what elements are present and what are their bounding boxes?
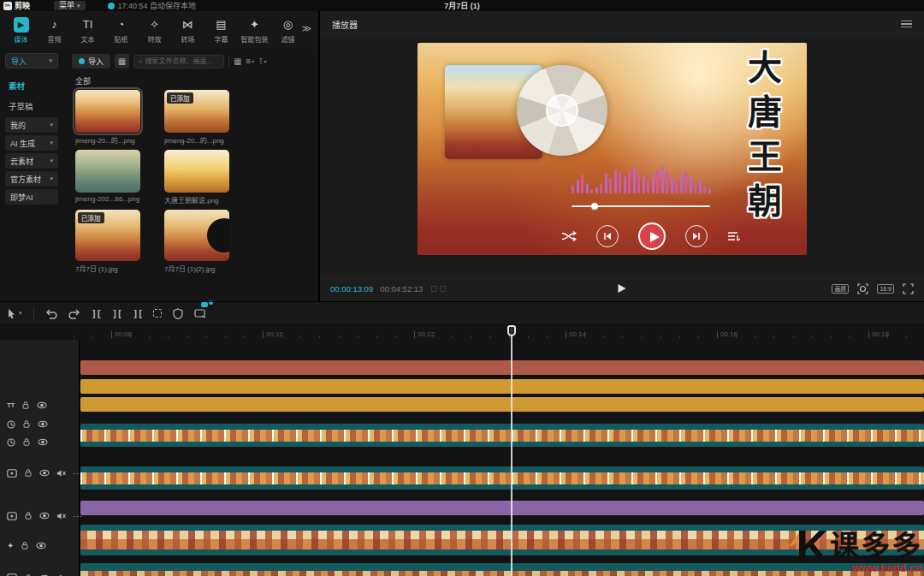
calligraphy-title[interactable]: 大唐王朝 [737, 50, 786, 228]
visibility-icon[interactable] [39, 469, 50, 477]
ribbon-tab-label: 音频 [48, 34, 62, 44]
player-header: 播放器 [320, 11, 924, 37]
visibility-icon[interactable] [38, 420, 48, 428]
menu-button[interactable]: 菜单 ▾ [54, 1, 86, 10]
redo-button[interactable] [68, 308, 80, 319]
vinyl-disc[interactable] [517, 65, 607, 156]
play-button[interactable] [619, 284, 626, 293]
lock-icon[interactable] [24, 573, 33, 576]
ribbon-tab-文本[interactable]: TI文本 [72, 17, 104, 44]
player-footer: 00:00:13:09 00:04:52:13 画质 16:9 [320, 276, 924, 301]
lock-icon[interactable] [21, 401, 30, 410]
undo-button[interactable] [45, 308, 57, 319]
ribbon-tab-字幕[interactable]: ▤字幕 [205, 17, 237, 44]
mute-icon[interactable] [56, 469, 66, 478]
visualizer-bar [572, 185, 574, 193]
search-input[interactable] [145, 57, 220, 65]
sidebar-group-官方素材[interactable]: 官方素材▾ [5, 171, 58, 187]
toolbar-divider [228, 56, 229, 67]
fullscreen-icon[interactable] [903, 283, 914, 294]
panel-divider-horizontal [0, 301, 924, 302]
import-button[interactable]: 导入 [72, 54, 110, 68]
mute-icon[interactable] [56, 512, 66, 520]
quality-button[interactable]: 画质 [832, 284, 849, 294]
sort-icon[interactable]: ≡▾ [246, 56, 254, 66]
timeline-clip-effect[interactable] [80, 501, 924, 515]
autosave-text: 17:40:54 自动保存本地 [118, 0, 197, 11]
sidebar-groups: 我的▾AI 生成▾云素材▾官方素材▾即梦AI [0, 117, 63, 205]
chevron-down-icon: ▾ [49, 57, 52, 64]
media-thumbnail[interactable]: 已添加 [164, 90, 229, 133]
previous-track-button[interactable] [596, 225, 619, 247]
timeline-clip-sticker[interactable] [80, 379, 924, 394]
compare-view-icons[interactable] [431, 286, 446, 292]
timeline-clip-video[interactable] [80, 466, 924, 490]
sticker-track-icon [7, 420, 15, 429]
media-item[interactable]: 大唐王朝解说.png [164, 150, 231, 205]
music-progress-bar[interactable] [572, 205, 710, 207]
text-track-icon: TT [7, 401, 15, 409]
lock-icon[interactable] [22, 419, 31, 429]
media-thumbnail[interactable]: 已添加 [75, 210, 140, 261]
ribbon-tab-媒体[interactable]: ▶媒体 [5, 17, 37, 44]
media-item[interactable]: 7月7日 (1)(2).jpg [164, 210, 231, 273]
video-preview[interactable]: 大唐王朝 [418, 43, 807, 255]
aspect-ratio-button[interactable]: 16:9 [877, 284, 894, 294]
ribbon-tab-icon: ◎ [281, 17, 296, 33]
media-filename: 7月7日 (1).jpg [75, 264, 142, 273]
playhead-line[interactable] [511, 325, 512, 576]
timeline-clip-video[interactable] [80, 424, 924, 447]
ribbon-tab-音频[interactable]: ♪音频 [38, 17, 70, 44]
sidebar-group-label: 官方素材 [10, 174, 41, 185]
sidebar-group-我的[interactable]: 我的▾ [5, 117, 58, 133]
next-track-button[interactable] [685, 225, 708, 247]
media-thumbnail[interactable] [164, 150, 229, 193]
more-options-icon[interactable]: ··· [73, 469, 83, 478]
visualizer-bar [605, 173, 607, 193]
visibility-icon[interactable] [39, 512, 50, 520]
import-dropdown[interactable]: 导入 ▾ [5, 53, 58, 68]
media-item[interactable]: 已添加7月7日 (1).jpg [75, 210, 142, 273]
music-play-button[interactable] [638, 223, 666, 250]
focus-icon[interactable] [857, 283, 868, 294]
lock-icon[interactable] [21, 541, 29, 550]
visibility-icon[interactable] [37, 401, 47, 409]
filter-icon[interactable]: ⊺▾ [258, 56, 266, 66]
search-icon: ⌕ [139, 57, 142, 66]
playhead-handle[interactable] [507, 325, 516, 336]
grid-view-icon[interactable]: ▦ [234, 56, 241, 66]
visibility-icon[interactable] [38, 438, 48, 446]
more-options-icon[interactable]: ··· [73, 512, 83, 520]
media-thumbnail[interactable] [75, 90, 140, 133]
player-title: 播放器 [332, 18, 358, 31]
sidebar-group-云素材[interactable]: 云素材▾ [5, 153, 58, 169]
adjust-panel-icon[interactable]: ▦ [115, 54, 129, 68]
shuffle-icon[interactable] [561, 231, 577, 241]
media-thumbnail[interactable] [164, 210, 229, 261]
ribbon-tab-转场[interactable]: ⋈转场 [172, 17, 204, 44]
ribbon-tab-滤镜[interactable]: ◎滤镜 [272, 17, 304, 44]
player-menu-icon[interactable] [901, 21, 912, 28]
timeline-clip-sticker[interactable] [80, 397, 924, 412]
disc-shadow [207, 218, 229, 252]
lock-icon[interactable] [22, 437, 31, 447]
playlist-icon[interactable] [727, 231, 741, 241]
media-item[interactable]: jimeng-202...86...png [75, 150, 142, 205]
ribbon-tab-贴纸[interactable]: ◔贴纸 [105, 17, 137, 44]
timeline-clip-text[interactable] [80, 360, 924, 375]
sidebar-item-子草稿[interactable]: 子草稿 [0, 98, 63, 115]
sidebar-group-AI 生成[interactable]: AI 生成▾ [5, 135, 58, 151]
visibility-icon[interactable] [36, 542, 46, 549]
ribbon-tab-特效[interactable]: ✧特效 [139, 17, 170, 44]
progress-dot[interactable] [591, 203, 598, 210]
sidebar-group-即梦AI[interactable]: 即梦AI [5, 189, 58, 205]
lock-icon[interactable] [24, 468, 33, 478]
lock-icon[interactable] [24, 511, 33, 520]
media-item[interactable]: 已添加jimeng-20...的...png [164, 90, 231, 145]
media-item[interactable]: jimeng-20...的...png [75, 90, 142, 145]
ribbon-collapse-button[interactable]: ≫ [301, 23, 311, 34]
ribbon-tab-智能包装[interactable]: ✦智能包装 [239, 17, 270, 44]
media-thumbnail[interactable] [75, 150, 140, 193]
sidebar-item-素材[interactable]: 素材 [0, 77, 63, 94]
select-tool[interactable]: ▾ [7, 308, 22, 319]
